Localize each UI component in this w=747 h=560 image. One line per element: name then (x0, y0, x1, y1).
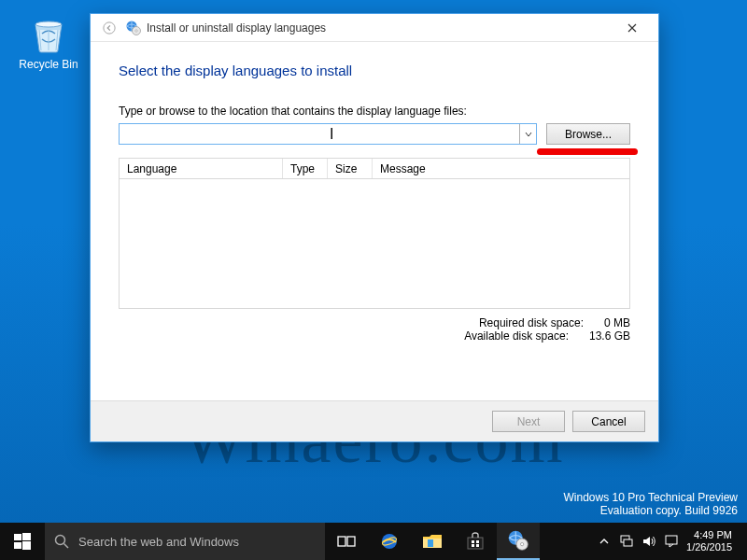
available-space-label: Available disk space: (429, 329, 569, 343)
svg-rect-16 (468, 538, 483, 549)
svg-rect-10 (338, 537, 345, 546)
svg-rect-25 (624, 539, 632, 546)
system-tray: 4:49 PM 1/26/2015 (593, 523, 747, 560)
taskbar-clock[interactable]: 4:49 PM 1/26/2015 (683, 529, 740, 553)
tray-network-button[interactable] (615, 534, 638, 549)
search-icon (54, 534, 69, 549)
language-list-header: Language Type Size Message (119, 158, 630, 178)
taskbar-pinned-apps (325, 523, 540, 560)
task-view-button[interactable] (325, 523, 368, 560)
taskbar-store-button[interactable] (454, 523, 497, 560)
ie-icon (379, 531, 400, 552)
svg-rect-8 (22, 541, 31, 550)
start-button[interactable] (0, 523, 45, 560)
column-type[interactable]: Type (283, 159, 328, 178)
browse-button[interactable]: Browse... (546, 123, 630, 145)
network-icon (619, 534, 634, 549)
chevron-up-icon (599, 537, 609, 546)
dialog-titlebar[interactable]: Install or uninstall display languages (91, 14, 658, 42)
notifications-icon (664, 534, 679, 549)
build-watermark: Windows 10 Pro Technical Preview Evaluat… (563, 491, 738, 517)
next-button[interactable]: Next (492, 411, 565, 432)
desktop: Winaero.com Windows 10 Pro Technical Pre… (0, 0, 747, 560)
dialog-body: Select the display languages to install … (91, 42, 658, 354)
taskbar-explorer-button[interactable] (411, 523, 454, 560)
path-dropdown-button[interactable] (519, 124, 536, 144)
search-placeholder: Search the web and Windows (78, 535, 239, 549)
path-input[interactable] (120, 124, 519, 144)
language-list[interactable] (119, 178, 630, 309)
annotation-underline (537, 148, 638, 155)
tray-volume-button[interactable] (638, 534, 660, 549)
recycle-bin-desktop-icon[interactable]: Recycle Bin (15, 11, 82, 71)
chevron-down-icon (525, 131, 532, 138)
column-language[interactable]: Language (120, 159, 283, 178)
language-install-dialog: Install or uninstall display languages S… (90, 13, 659, 442)
column-message[interactable]: Message (373, 159, 629, 178)
taskbar-ie-button[interactable] (368, 523, 411, 560)
clock-date: 1/26/2015 (686, 541, 732, 553)
recycle-bin-label: Recycle Bin (15, 58, 82, 71)
svg-rect-18 (476, 540, 479, 543)
svg-rect-6 (22, 533, 31, 540)
path-combobox[interactable]: I (119, 123, 537, 145)
dialog-footer: Next Cancel (91, 400, 658, 441)
svg-rect-26 (666, 536, 677, 544)
store-icon (466, 532, 485, 551)
globe-cd-icon (126, 21, 141, 35)
taskbar-lpksetup-button[interactable] (497, 523, 540, 560)
task-view-icon (337, 534, 356, 549)
build-line-2: Evaluation copy. Build 9926 (563, 504, 738, 517)
svg-point-4 (135, 29, 137, 31)
column-size[interactable]: Size (328, 159, 373, 178)
clock-time: 4:49 PM (686, 529, 732, 541)
svg-rect-7 (14, 542, 21, 549)
svg-rect-5 (14, 534, 21, 540)
speaker-icon (641, 534, 656, 549)
cancel-button[interactable]: Cancel (572, 411, 645, 432)
back-button[interactable] (100, 19, 119, 37)
svg-point-23 (520, 542, 523, 545)
recycle-bin-icon (26, 11, 71, 56)
svg-point-1 (104, 21, 115, 33)
available-space-value: 13.6 GB (589, 329, 630, 343)
required-space-label: Required disk space: (444, 316, 584, 329)
dialog-heading: Select the display languages to install (119, 63, 630, 78)
svg-rect-17 (472, 540, 474, 543)
svg-point-9 (56, 536, 65, 545)
svg-point-0 (35, 21, 62, 27)
globe-cd-icon (508, 530, 529, 551)
build-line-1: Windows 10 Pro Technical Preview (563, 491, 738, 504)
svg-rect-11 (347, 537, 355, 546)
windows-logo-icon (14, 533, 31, 550)
text-cursor-icon: I (330, 126, 333, 143)
tray-action-center-button[interactable] (660, 534, 683, 549)
svg-rect-20 (476, 544, 479, 547)
close-button[interactable] (612, 15, 653, 41)
tray-overflow-button[interactable] (593, 537, 615, 546)
path-instruction-label: Type or browse to the location that cont… (119, 105, 630, 118)
svg-rect-15 (428, 539, 433, 547)
taskbar-search[interactable]: Search the web and Windows (45, 523, 325, 560)
required-space-value: 0 MB (604, 316, 630, 329)
folder-icon (422, 533, 443, 550)
svg-rect-19 (472, 544, 474, 547)
dialog-title: Install or uninstall display languages (147, 21, 612, 35)
taskbar: Search the web and Windows (0, 523, 747, 560)
disk-space-info: Required disk space:0 MB Available disk … (119, 316, 630, 343)
